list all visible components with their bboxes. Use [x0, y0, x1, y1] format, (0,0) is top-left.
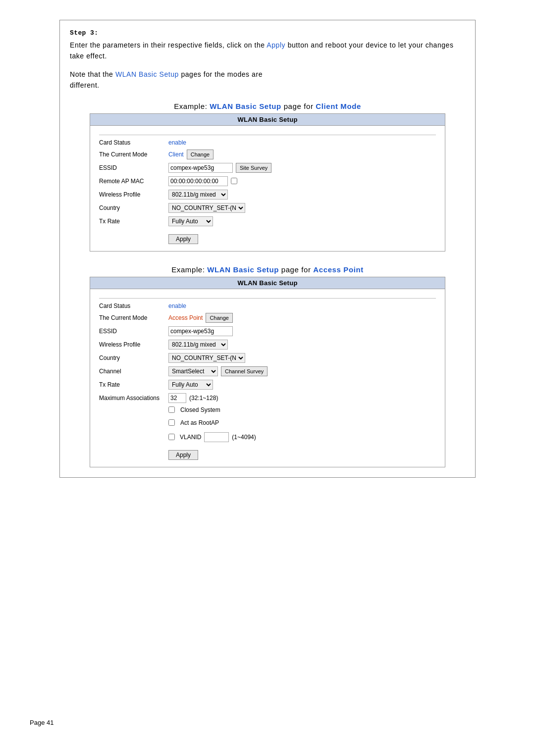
ap-apply-row: Apply	[99, 446, 436, 460]
ap-country-row: Country NO_COUNTRY_SET-(NA)	[99, 353, 436, 363]
client-remote-ap-mac-input[interactable]	[168, 176, 228, 186]
page-footer: Page 41	[30, 719, 54, 726]
client-tx-rate-select[interactable]: Fully Auto	[168, 216, 213, 226]
ap-card-status-label: Card Status	[99, 302, 168, 309]
client-wireless-profile-row: Wireless Profile 802.11b/g mixed	[99, 190, 436, 200]
ap-current-mode-label: The Current Mode	[99, 314, 168, 321]
ap-rootap-row: Act as RootAP	[99, 419, 436, 429]
ap-closed-system-row: Closed System	[99, 406, 436, 416]
example-client-section: Example: WLAN Basic Setup page for Clien…	[70, 102, 465, 252]
ap-country-label: Country	[99, 354, 168, 361]
client-wireless-profile-label: Wireless Profile	[99, 191, 168, 198]
ap-max-assoc-label: Maximum Associations	[99, 395, 168, 402]
wlan-client-panel: WLAN Basic Setup Card Status enable The …	[90, 113, 445, 252]
ap-country-select[interactable]: NO_COUNTRY_SET-(NA)	[168, 353, 245, 363]
ap-channel-select[interactable]: SmartSelect	[168, 366, 218, 376]
client-apply-row: Apply	[99, 230, 436, 244]
intro-text-3: take effect.	[70, 52, 107, 60]
wlan-ap-panel-title: WLAN Basic Setup	[90, 277, 445, 289]
client-country-row: Country NO_COUNTRY_SET-(NA)	[99, 203, 436, 213]
client-wireless-profile-select[interactable]: 802.11b/g mixed	[168, 190, 228, 200]
client-card-status-value: enable	[168, 139, 186, 146]
wlan-client-panel-body: Card Status enable The Current Mode Clie…	[90, 126, 445, 251]
example-ap-pre: Example:	[171, 265, 205, 274]
ap-rootap-label: Act as RootAP	[180, 419, 219, 426]
ap-max-assoc-range: (32:1~128)	[189, 395, 218, 402]
ap-apply-button[interactable]: Apply	[168, 450, 198, 460]
ap-wireless-profile-select[interactable]: 802.11b/g mixed	[168, 340, 228, 350]
ap-tx-rate-row: Tx Rate Fully Auto	[99, 380, 436, 390]
client-essid-row: ESSID Site Survey	[99, 163, 436, 173]
ap-vlanid-row: VLANID (1~4094)	[99, 432, 436, 442]
ap-essid-row: ESSID	[99, 326, 436, 336]
client-remote-ap-mac-row: Remote AP MAC	[99, 176, 436, 186]
ap-channel-survey-button[interactable]: Channel Survey	[221, 366, 268, 376]
note-paragraph: Note that the WLAN Basic Setup pages for…	[70, 69, 465, 91]
main-content-box: Step 3: Enter the parameters in their re…	[59, 20, 476, 478]
example-client-pre: Example:	[174, 102, 207, 110]
ap-tx-rate-select[interactable]: Fully Auto	[168, 380, 213, 390]
example-ap-wlan-link: WLAN Basic Setup	[207, 265, 279, 274]
client-current-mode-value: Client	[168, 151, 184, 158]
client-essid-input[interactable]	[168, 163, 233, 173]
intro-paragraph: Enter the parameters in their respective…	[70, 40, 465, 62]
client-country-label: Country	[99, 204, 168, 211]
ap-current-mode-value: Access Point	[168, 314, 203, 321]
ap-essid-input[interactable]	[168, 326, 233, 336]
ap-rootap-checkbox[interactable]	[168, 419, 175, 426]
ap-tx-rate-label: Tx Rate	[99, 381, 168, 388]
client-current-mode-label: The Current Mode	[99, 151, 168, 158]
ap-essid-label: ESSID	[99, 328, 168, 335]
ap-max-assoc-row: Maximum Associations (32:1~128)	[99, 393, 436, 403]
ap-channel-row: Channel SmartSelect Channel Survey	[99, 366, 436, 376]
client-site-survey-button[interactable]: Site Survey	[236, 163, 271, 173]
ap-closed-system-checkbox[interactable]	[168, 406, 175, 413]
page-number: Page 41	[30, 719, 54, 726]
ap-change-button[interactable]: Change	[206, 313, 233, 323]
wlan-client-panel-title: WLAN Basic Setup	[90, 114, 445, 126]
example-ap-heading: Example: WLAN Basic Setup page for Acces…	[70, 265, 465, 274]
example-client-mode: Client Mode	[316, 102, 361, 110]
ap-wireless-profile-row: Wireless Profile 802.11b/g mixed	[99, 340, 436, 350]
client-essid-label: ESSID	[99, 164, 168, 171]
ap-current-mode-row: The Current Mode Access Point Change	[99, 313, 436, 323]
client-change-button[interactable]: Change	[187, 150, 214, 159]
client-apply-button[interactable]: Apply	[168, 234, 198, 244]
note-text-2: pages for the modes are	[181, 70, 263, 78]
ap-vlanid-range: (1~4094)	[232, 434, 256, 441]
example-ap-mode: Access Point	[313, 265, 363, 274]
ap-wireless-profile-label: Wireless Profile	[99, 341, 168, 348]
ap-vlanid-label: VLANID	[180, 434, 201, 441]
client-remote-ap-mac-checkbox[interactable]	[231, 178, 237, 184]
ap-channel-label: Channel	[99, 368, 168, 375]
client-remote-ap-mac-label: Remote AP MAC	[99, 178, 168, 185]
intro-text-1: Enter the parameters in their respective…	[70, 41, 265, 49]
wlan-ap-panel: WLAN Basic Setup Card Status enable The …	[90, 277, 445, 467]
apply-link-word: Apply	[267, 41, 285, 49]
ap-vlanid-input[interactable]	[204, 432, 229, 442]
example-client-heading: Example: WLAN Basic Setup page for Clien…	[70, 102, 465, 110]
note-text-1: Note that the	[70, 70, 113, 78]
note-text-3: different.	[70, 81, 100, 89]
example-client-mid: page for	[284, 102, 314, 110]
ap-vlanid-checkbox[interactable]	[168, 434, 175, 440]
client-country-select[interactable]: NO_COUNTRY_SET-(NA)	[168, 203, 245, 213]
wlan-basic-setup-link-note: WLAN Basic Setup	[115, 70, 179, 78]
step-label: Step 3:	[70, 29, 465, 37]
ap-closed-system-label: Closed System	[180, 406, 220, 413]
intro-text-2: button and reboot your device to let you…	[288, 41, 454, 49]
client-card-status-label: Card Status	[99, 139, 168, 146]
client-current-mode-row: The Current Mode Client Change	[99, 150, 436, 159]
example-client-wlan-link: WLAN Basic Setup	[210, 102, 281, 110]
wlan-ap-panel-body: Card Status enable The Current Mode Acce…	[90, 289, 445, 467]
ap-card-status-value: enable	[168, 302, 186, 309]
client-tx-rate-row: Tx Rate Fully Auto	[99, 216, 436, 226]
example-ap-mid: page for	[281, 265, 311, 274]
client-tx-rate-label: Tx Rate	[99, 218, 168, 225]
ap-max-assoc-input[interactable]	[168, 393, 186, 403]
ap-card-status-row: Card Status enable	[99, 302, 436, 309]
example-ap-section: Example: WLAN Basic Setup page for Acces…	[70, 265, 465, 467]
client-card-status-row: Card Status enable	[99, 139, 436, 146]
